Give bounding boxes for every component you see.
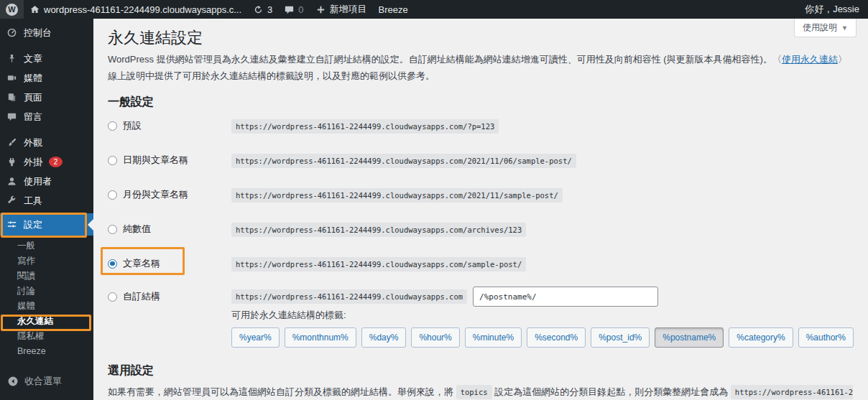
permalink-option[interactable]: 日期與文章名稱 bbox=[108, 154, 231, 167]
topics-code: topics bbox=[456, 385, 492, 399]
page-description: WordPress 提供網站管理員為永久連結及彙整建立自訂網址結構的設定。自訂網… bbox=[108, 52, 854, 84]
settings-submenu: 一般寫作閱讀討論媒體永久連結隱私權Breeze bbox=[0, 236, 93, 363]
tag-button[interactable]: %category% bbox=[729, 327, 793, 348]
radio-button[interactable] bbox=[108, 259, 117, 269]
submenu-item[interactable]: 媒體 bbox=[0, 299, 93, 314]
comments-menu[interactable]: 0 bbox=[278, 0, 309, 19]
sidebar-item-label: 控制台 bbox=[24, 28, 52, 37]
plugin-update-badge: 2 bbox=[49, 157, 63, 167]
chevron-down-icon: ▼ bbox=[841, 24, 848, 32]
permalink-option[interactable]: 純數值 bbox=[108, 223, 231, 236]
custom-structure-option[interactable]: 自訂結構 bbox=[108, 290, 231, 303]
option-label: 日期與文章名稱 bbox=[123, 154, 188, 167]
tag-button[interactable]: %monthnum% bbox=[285, 327, 356, 348]
optional-settings-description: 如果有需要，網站管理員可以為這個網站自訂分類及標籤的網址結構。舉例來說，將 to… bbox=[108, 383, 854, 400]
pin-icon bbox=[6, 53, 17, 64]
submenu-item[interactable]: 閱讀 bbox=[0, 269, 93, 284]
radio-button[interactable] bbox=[108, 225, 117, 234]
submenu-item[interactable]: 寫作 bbox=[0, 254, 93, 269]
option-label: 月份與文章名稱 bbox=[123, 188, 188, 201]
general-settings-heading: 一般設定 bbox=[108, 95, 854, 108]
home-icon bbox=[29, 4, 40, 15]
tag-button[interactable]: %hour% bbox=[411, 327, 459, 348]
sidebar-item-tools[interactable]: 工具 bbox=[0, 191, 93, 210]
radio-button[interactable] bbox=[108, 156, 117, 165]
sidebar-item-label: 工具 bbox=[24, 196, 42, 205]
custom-structure-input[interactable] bbox=[473, 287, 658, 307]
main-content: 使用說明 ▼ 永久連結設定 WordPress 提供網站管理員為永久連結及彙整建… bbox=[93, 19, 868, 400]
sidebar-item-pages[interactable]: 頁面 bbox=[0, 88, 93, 107]
sidebar-item-settings[interactable]: 設定 bbox=[0, 213, 93, 236]
tag-button[interactable]: %year% bbox=[231, 327, 280, 348]
permalink-option[interactable]: 月份與文章名稱 bbox=[108, 188, 231, 201]
tag-button[interactable]: %author% bbox=[798, 327, 854, 348]
tag-button[interactable]: %minute% bbox=[465, 327, 522, 348]
optional-text-1: 如果有需要，網站管理員可以為這個網站自訂分類及標籤的網址結構。舉例來說，將 bbox=[108, 386, 453, 397]
my-account-menu[interactable]: 你好，Jessie bbox=[799, 0, 868, 19]
site-name-menu[interactable]: wordpress-461161-2244499.cloudwaysapps.c… bbox=[24, 0, 247, 19]
collapse-menu-label: 收合選單 bbox=[24, 375, 62, 388]
example-url: https://wordpress-461161-2244499.cloudwa… bbox=[231, 257, 526, 271]
radio-button[interactable] bbox=[108, 190, 117, 200]
structure-tag-buttons: %year%%monthnum%%day%%hour%%minute%%seco… bbox=[231, 327, 854, 348]
tag-button[interactable]: %post_id% bbox=[591, 327, 650, 348]
media-icon bbox=[6, 73, 17, 83]
example-url: https://wordpress-461161-2244499.cloudwa… bbox=[231, 223, 526, 237]
custom-structure-row: 自訂結構 https://wordpress-461161-2244499.cl… bbox=[108, 287, 854, 307]
example-url: https://wordpress-461161-2244499.cloudwa… bbox=[231, 154, 576, 168]
sidebar-item-plugin[interactable]: 外掛2 bbox=[0, 152, 93, 172]
wordpress-logo-menu[interactable]: W bbox=[0, 0, 24, 19]
sidebar-item-label: 媒體 bbox=[24, 73, 42, 83]
optional-text-2: 設定為這個網站的分類目錄起點，則分類彙整網址會成為 bbox=[494, 386, 728, 397]
appearance-icon bbox=[6, 137, 17, 148]
available-tags-label: 可用於永久連結結構的標籤: bbox=[231, 309, 854, 322]
admin-bar: W wordpress-461161-2244499.cloudwaysapps… bbox=[0, 0, 868, 19]
optional-settings-heading: 選用設定 bbox=[108, 363, 854, 377]
collapse-arrow-icon bbox=[7, 376, 19, 387]
sidebar-item-pin[interactable]: 文章 bbox=[0, 49, 93, 68]
settings-icon bbox=[6, 219, 17, 230]
new-item-menu[interactable]: 新增項目 bbox=[310, 0, 373, 19]
updates-menu[interactable]: 3 bbox=[247, 0, 278, 19]
permalink-option[interactable]: 文章名稱 bbox=[108, 257, 231, 270]
sidebar-menu: 控制台文章媒體頁面留言外觀外掛2使用者工具設定 bbox=[0, 19, 93, 236]
sidebar-item-label: 頁面 bbox=[24, 93, 42, 102]
dashboard-icon bbox=[6, 27, 17, 38]
tag-button[interactable]: %second% bbox=[527, 327, 586, 348]
option-label: 純數值 bbox=[123, 223, 151, 236]
submenu-item[interactable]: 永久連結 bbox=[0, 314, 93, 329]
updates-count: 3 bbox=[267, 4, 272, 15]
sidebar-item-appearance[interactable]: 外觀 bbox=[0, 133, 93, 152]
permalink-option[interactable]: 預設 bbox=[108, 119, 231, 132]
sidebar-item-users[interactable]: 使用者 bbox=[0, 172, 93, 191]
help-tab-label: 使用說明 bbox=[803, 22, 837, 34]
custom-structure-radio[interactable] bbox=[108, 292, 117, 302]
submenu-item[interactable]: Breeze bbox=[0, 344, 93, 359]
sidebar-item-media[interactable]: 媒體 bbox=[0, 68, 93, 88]
submenu-item[interactable]: 討論 bbox=[0, 284, 93, 299]
sidebar-item-label: 留言 bbox=[24, 112, 42, 121]
pages-icon bbox=[6, 92, 17, 103]
breeze-menu[interactable]: Breeze bbox=[373, 0, 414, 19]
sidebar-item-label: 使用者 bbox=[24, 177, 52, 186]
plus-icon bbox=[315, 4, 326, 15]
option-label: 預設 bbox=[123, 119, 142, 132]
submenu-item[interactable]: 一般 bbox=[0, 238, 93, 254]
breeze-label: Breeze bbox=[379, 4, 408, 15]
tag-button[interactable]: %postname% bbox=[655, 327, 724, 348]
sidebar-item-dashboard[interactable]: 控制台 bbox=[0, 23, 93, 42]
permalink-options: 預設https://wordpress-461161-2244499.cloud… bbox=[108, 117, 854, 272]
submenu-item[interactable]: 隱私權 bbox=[0, 329, 93, 344]
permalinks-help-link[interactable]: 使用永久連結 bbox=[782, 54, 838, 65]
radio-button[interactable] bbox=[108, 121, 117, 131]
collapse-menu-button[interactable]: 收合選單 bbox=[0, 372, 93, 391]
sidebar-item-label: 外掛 bbox=[24, 157, 42, 167]
sidebar-item-label: 文章 bbox=[24, 54, 42, 63]
help-tab-button[interactable]: 使用說明 ▼ bbox=[794, 19, 857, 37]
sidebar-item-comments[interactable]: 留言 bbox=[0, 107, 93, 126]
custom-structure-label: 自訂結構 bbox=[123, 290, 160, 303]
custom-structure-url-prefix: https://wordpress-461161-2244499.cloudwa… bbox=[231, 289, 467, 304]
tag-button[interactable]: %day% bbox=[361, 327, 407, 348]
comments-count: 0 bbox=[298, 4, 303, 15]
greeting-text: 你好，Jessie bbox=[805, 3, 859, 16]
